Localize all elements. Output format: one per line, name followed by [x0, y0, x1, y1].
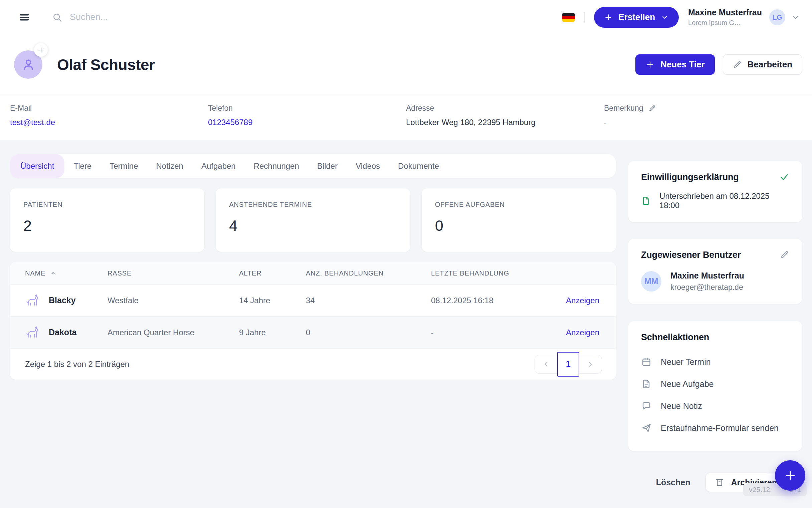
chevron-left-icon	[542, 360, 550, 368]
stat-value: 4	[229, 217, 397, 235]
stat-value: 2	[24, 217, 191, 235]
create-button[interactable]: Erstellen	[594, 7, 679, 28]
contact-email: E-Mail test@test.de	[10, 104, 208, 127]
quick-action-send-intake-form[interactable]: Erstaufnahme-Formular senden	[641, 417, 789, 439]
topbar-user[interactable]: Maxine Musterfrau Lorem Ipsum G…	[688, 8, 762, 27]
document-icon	[641, 379, 652, 389]
stat-anstehende-termine: ANSTEHENDE TERMINE 4	[216, 188, 410, 252]
chevron-down-icon[interactable]	[791, 13, 800, 22]
calendar-icon	[641, 356, 652, 367]
search-icon	[52, 12, 63, 23]
email-value[interactable]: test@test.de	[10, 118, 208, 127]
edit-button[interactable]: Bearbeiten	[723, 54, 802, 75]
animal-letzte-behandlung: -	[431, 328, 546, 337]
contact-note: Bemerkung -	[604, 104, 802, 127]
record-actions: Löschen Archivieren v25.12. 041	[628, 465, 802, 500]
document-icon	[641, 196, 651, 206]
stats-row: PATIENTEN 2 ANSTEHENDE TERMINE 4 OFFENE …	[10, 188, 616, 252]
consent-card: Einwilligungserklärung Unterschrieben am…	[628, 161, 802, 222]
prev-page-button[interactable]	[535, 360, 557, 368]
plus-icon	[645, 60, 655, 69]
quick-action-label: Erstaufnahme-Formular senden	[661, 423, 779, 433]
tab-bar: Übersicht Tiere Termine Notizen Aufgaben…	[10, 154, 616, 178]
quick-action-label: Neuer Termin	[661, 357, 711, 367]
plus-icon	[784, 469, 797, 482]
page-title: Olaf Schuster	[57, 56, 155, 74]
phone-label: Telefon	[208, 104, 406, 113]
quick-action-new-task[interactable]: Neue Aufgabe	[641, 373, 789, 395]
animal-behandlungen: 34	[306, 296, 431, 305]
sidebar: Einwilligungserklärung Unterschrieben am…	[628, 154, 802, 500]
animal-name: Dakota	[49, 328, 76, 337]
column-header-rasse[interactable]: RASSE	[108, 269, 239, 277]
email-label: E-Mail	[10, 104, 208, 113]
note-value: -	[604, 118, 802, 127]
pencil-icon[interactable]	[648, 104, 656, 113]
tab-rechnungen[interactable]: Rechnungen	[245, 154, 308, 178]
stat-label: ANSTEHENDE TERMINE	[229, 201, 397, 208]
assigned-user-title: Zugewiesener Benutzer	[641, 250, 741, 260]
table-footer: Zeige 1 bis 2 von 2 Einträgen 1	[10, 348, 616, 380]
chat-icon	[641, 400, 652, 411]
assigned-user-email: kroeger@theratap.de	[670, 283, 744, 292]
pencil-icon	[733, 60, 742, 69]
tab-bilder[interactable]: Bilder	[308, 154, 347, 178]
quick-action-label: Neue Notiz	[661, 401, 702, 411]
page: Erstellen Maxine Musterfrau Lorem Ipsum …	[0, 0, 812, 508]
user-avatar[interactable]: LG	[769, 9, 785, 25]
address-value: Lottbeker Weg 180, 22395 Hamburg	[406, 118, 604, 127]
table-row[interactable]: Dakota American Quarter Horse 9 Jahre 0 …	[10, 316, 616, 348]
add-photo-button[interactable]	[34, 43, 48, 57]
column-header-alter[interactable]: ALTER	[239, 269, 306, 277]
plus-icon	[37, 46, 45, 54]
contact-phone: Telefon 0123456789	[208, 104, 406, 127]
search-input[interactable]	[70, 12, 257, 23]
pagination-summary: Zeige 1 bis 2 von 2 Einträgen	[25, 359, 129, 369]
person-icon	[21, 57, 36, 72]
quick-action-new-note[interactable]: Neue Notiz	[641, 395, 789, 417]
consent-title: Einwilligungserklärung	[641, 172, 739, 182]
table-row[interactable]: Blacky Westfale 14 Jahre 34 08.12.2025 1…	[10, 285, 616, 316]
tab-termine[interactable]: Termine	[101, 154, 147, 178]
note-label: Bemerkung	[604, 104, 644, 113]
tab-notizen[interactable]: Notizen	[147, 154, 192, 178]
quick-actions-card: Schnellaktionen Neuer Termin Neue Aufgab…	[628, 321, 802, 451]
quick-action-label: Neue Aufgabe	[661, 379, 713, 389]
chevron-right-icon	[586, 360, 594, 368]
quick-action-new-appointment[interactable]: Neuer Termin	[641, 351, 789, 373]
tab-videos[interactable]: Videos	[347, 154, 389, 178]
sort-asc-icon	[50, 270, 56, 277]
animal-behandlungen: 0	[306, 328, 431, 337]
column-header-letzte-behandlung[interactable]: LETZTE BEHANDLUNG	[431, 269, 546, 277]
pencil-icon[interactable]	[779, 250, 789, 260]
tab-dokumente[interactable]: Dokumente	[389, 154, 448, 178]
pagination: 1	[535, 355, 602, 374]
main-column: Übersicht Tiere Termine Notizen Aufgaben…	[10, 154, 616, 380]
stat-label: OFFENE AUFGABEN	[435, 201, 603, 208]
column-header-behandlungen[interactable]: ANZ. BEHANDLUNGEN	[306, 269, 431, 277]
show-animal-link[interactable]: Anzeigen	[546, 296, 599, 305]
current-page[interactable]: 1	[557, 352, 579, 377]
assigned-user-avatar: MM	[641, 271, 661, 292]
stat-offene-aufgaben: OFFENE AUFGABEN 0	[422, 188, 616, 252]
stat-patienten: PATIENTEN 2	[10, 188, 204, 252]
floating-add-button[interactable]	[775, 460, 805, 491]
assigned-user-card: Zugewiesener Benutzer MM Maxine Musterfr…	[628, 239, 802, 304]
quick-actions-title: Schnellaktionen	[641, 332, 789, 343]
tab-tiere[interactable]: Tiere	[65, 154, 101, 178]
tab-aufgaben[interactable]: Aufgaben	[192, 154, 245, 178]
table-header: NAME RASSE ALTER ANZ. BEHANDLUNGEN LETZT…	[10, 262, 616, 285]
menu-icon[interactable]	[18, 11, 30, 23]
new-animal-button[interactable]: Neues Tier	[635, 54, 714, 75]
tab-uebersicht[interactable]: Übersicht	[10, 154, 65, 178]
topbar-user-name: Maxine Musterfrau	[688, 8, 762, 17]
show-animal-link[interactable]: Anzeigen	[546, 328, 599, 337]
phone-value[interactable]: 0123456789	[208, 118, 406, 127]
german-flag-icon[interactable]	[562, 13, 575, 22]
horse-icon	[25, 325, 40, 340]
next-page-button[interactable]	[579, 360, 602, 368]
consent-status-text: Unterschrieben am 08.12.2025 18:00	[659, 192, 789, 210]
delete-button[interactable]: Löschen	[656, 478, 691, 487]
column-header-name[interactable]: NAME	[25, 269, 108, 277]
content: Übersicht Tiere Termine Notizen Aufgaben…	[0, 140, 812, 508]
